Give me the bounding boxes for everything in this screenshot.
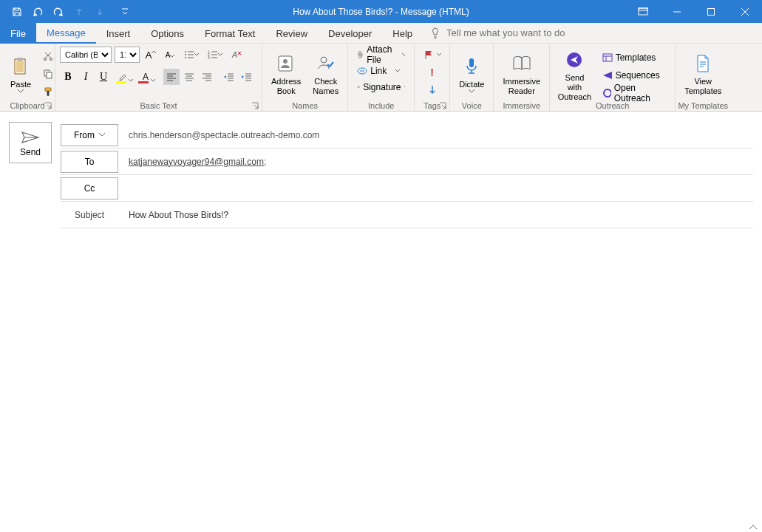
clear-format-icon: A xyxy=(231,50,242,60)
chevron-up-icon xyxy=(749,525,758,531)
decrease-indent-button[interactable] xyxy=(221,69,237,85)
immersive-reader-button[interactable]: Immersive Reader xyxy=(498,50,545,98)
group-label-include: Include xyxy=(348,101,414,110)
message-body[interactable] xyxy=(0,239,762,519)
low-importance-button[interactable] xyxy=(424,82,440,98)
send-with-outreach-button[interactable]: Send with Outreach xyxy=(554,47,594,103)
chevron-down-icon xyxy=(404,86,406,89)
subject-label: Subject xyxy=(61,210,118,220)
tab-developer[interactable]: Developer xyxy=(318,23,382,44)
svg-rect-2 xyxy=(708,8,715,15)
tab-file[interactable]: File xyxy=(0,23,36,44)
save-button[interactable] xyxy=(7,2,27,21)
align-left-icon xyxy=(166,72,177,81)
microphone-icon xyxy=(464,57,479,76)
svg-point-7 xyxy=(50,58,52,60)
svg-rect-5 xyxy=(16,61,24,72)
dialog-launcher-tags[interactable] xyxy=(439,102,446,109)
undo-button[interactable] xyxy=(28,2,47,21)
increase-indent-button[interactable] xyxy=(239,69,255,85)
cc-field[interactable] xyxy=(118,176,753,201)
high-importance-button[interactable]: ! xyxy=(426,64,438,81)
view-templates-label: View Templates xyxy=(684,77,721,96)
italic-button[interactable]: I xyxy=(78,69,94,85)
check-names-label: Check Names xyxy=(313,77,339,96)
subject-input[interactable] xyxy=(129,202,743,228)
view-templates-button[interactable]: View Templates xyxy=(680,50,726,98)
customize-qat-button[interactable] xyxy=(115,2,135,21)
compose-area: Send From chris.henderson@spectacle.outr… xyxy=(0,112,762,239)
copy-button[interactable] xyxy=(40,66,56,82)
from-button[interactable]: From xyxy=(61,124,118,146)
tab-message[interactable]: Message xyxy=(36,23,96,44)
tell-me-input[interactable] xyxy=(446,27,594,38)
underline-button[interactable]: U xyxy=(95,69,112,85)
align-center-button[interactable] xyxy=(181,69,197,85)
highlight-button[interactable] xyxy=(113,69,134,85)
tab-help[interactable]: Help xyxy=(382,23,423,44)
send-label: Send xyxy=(20,147,41,157)
follow-up-button[interactable] xyxy=(422,47,443,63)
bullets-button[interactable] xyxy=(181,47,202,63)
group-names: Address Book Check Names Names xyxy=(262,44,348,111)
tab-format-text[interactable]: Format Text xyxy=(194,23,265,44)
align-left-button[interactable] xyxy=(163,69,180,85)
outdent-icon xyxy=(224,72,234,81)
font-color-button[interactable]: A xyxy=(135,69,156,85)
svg-point-18 xyxy=(283,59,288,64)
cc-button[interactable]: Cc xyxy=(61,177,118,200)
align-right-icon xyxy=(202,72,212,81)
to-recipient[interactable]: katjanewayvoyager94@gmail.com xyxy=(129,157,264,167)
format-painter-button[interactable] xyxy=(40,83,56,100)
maximize-button[interactable] xyxy=(694,0,728,23)
minimize-button[interactable] xyxy=(660,0,694,23)
templates-button[interactable]: Templates xyxy=(598,50,671,66)
chevron-down-icon xyxy=(402,53,406,56)
open-outreach-button[interactable]: Open Outreach xyxy=(598,85,671,101)
address-book-button[interactable]: Address Book xyxy=(267,50,305,98)
bold-button[interactable]: B xyxy=(60,69,76,85)
subject-field[interactable] xyxy=(118,202,753,228)
tab-review[interactable]: Review xyxy=(265,23,318,44)
shrink-font-button[interactable]: A xyxy=(162,47,178,63)
paintbrush-icon xyxy=(43,86,53,97)
chevron-down-icon xyxy=(395,69,400,72)
font-size-select[interactable]: 11 xyxy=(115,47,140,63)
attach-file-button[interactable]: Attach File xyxy=(353,47,409,63)
tab-options[interactable]: Options xyxy=(140,23,194,44)
clear-formatting-button[interactable]: A xyxy=(228,47,245,63)
send-button[interactable]: Send xyxy=(9,122,52,163)
group-label-my-templates: My Templates xyxy=(676,101,730,110)
cc-row: Cc xyxy=(61,175,753,202)
sequences-button[interactable]: Sequences xyxy=(598,67,671,83)
dictate-label: Dictate xyxy=(459,80,484,89)
dialog-launcher-basic-text[interactable] xyxy=(251,102,259,109)
numbering-button[interactable]: 123 xyxy=(205,47,225,63)
cut-button[interactable] xyxy=(40,48,56,64)
arrow-down-icon xyxy=(95,7,104,16)
paste-button[interactable]: Paste xyxy=(4,53,37,95)
chevron-down-icon xyxy=(437,53,441,56)
to-button[interactable]: To xyxy=(61,151,118,173)
ribbon-mode-button[interactable] xyxy=(626,0,660,23)
cc-input[interactable] xyxy=(129,176,743,201)
save-icon xyxy=(12,7,22,17)
dialog-launcher-clipboard[interactable] xyxy=(44,102,52,109)
close-button[interactable] xyxy=(728,0,762,23)
address-book-icon xyxy=(276,54,296,73)
font-name-select[interactable]: Calibri (Bod xyxy=(60,47,112,63)
dictate-button[interactable]: Dictate xyxy=(455,53,489,95)
tab-insert[interactable]: Insert xyxy=(96,23,141,44)
grow-font-button[interactable]: A xyxy=(143,47,159,63)
to-row: To katjanewayvoyager94@gmail.com; xyxy=(61,149,753,175)
signature-button[interactable]: Signature xyxy=(353,79,409,95)
svg-rect-23 xyxy=(603,54,612,61)
to-field[interactable]: katjanewayvoyager94@gmail.com; xyxy=(118,157,753,167)
align-right-button[interactable] xyxy=(199,69,215,85)
collapse-ribbon-button[interactable] xyxy=(749,525,758,531)
document-icon xyxy=(695,54,710,73)
redo-button[interactable] xyxy=(49,2,68,21)
minimize-icon xyxy=(673,7,681,16)
check-names-button[interactable]: Check Names xyxy=(308,50,343,98)
link-button[interactable]: Link xyxy=(353,63,409,79)
